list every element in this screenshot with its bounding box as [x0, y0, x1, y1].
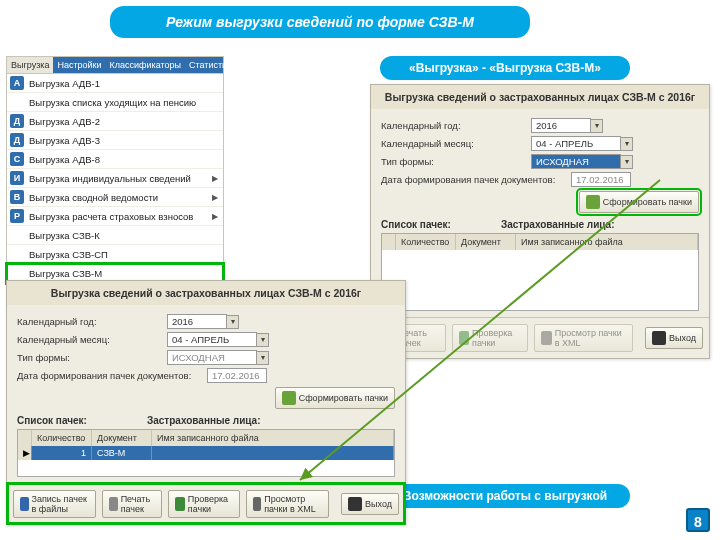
menu-item[interactable]: ДВыгрузка АДВ-3 [7, 131, 223, 150]
menu-item[interactable]: ДВыгрузка АДВ-2 [7, 112, 223, 131]
chevron-down-icon[interactable]: ▾ [591, 119, 603, 133]
type-select[interactable]: ИСХОДНАЯ ▾ [531, 154, 633, 169]
view-xml-button[interactable]: Просмотр пачки в XML [246, 490, 329, 518]
menu-item-label: Выгрузка СЗВ-К [29, 230, 220, 241]
month-value: 04 - АПРЕЛЬ [167, 332, 257, 347]
menu-item-label: Выгрузка АДВ-1 [29, 78, 220, 89]
month-select[interactable]: 04 - АПРЕЛЬ ▾ [531, 136, 633, 151]
window-toolbar: Печать пачек Проверка пачки Просмотр пач… [371, 317, 709, 358]
button-label: Проверка пачки [188, 494, 233, 514]
date-value: 17.02.2016 [571, 172, 631, 187]
menu-item-label: Выгрузка АДВ-8 [29, 154, 220, 165]
submenu-arrow-icon: ▶ [212, 174, 220, 183]
slide-title: Режим выгрузки сведений по форме СЗВ-М [110, 6, 530, 38]
gear-icon [586, 195, 600, 209]
grid-header: Количество Документ Имя записанного файл… [382, 234, 698, 250]
year-label: Календарный год: [381, 120, 531, 131]
button-label: Выход [365, 499, 392, 509]
menubar-item[interactable]: Классификаторы [106, 57, 185, 73]
grid-header: Количество Документ Имя записанного файл… [18, 430, 394, 446]
menu-item-icon: В [10, 190, 24, 204]
year-value: 2016 [167, 314, 227, 329]
packs-list-label: Список пачек: [17, 415, 87, 426]
print-button[interactable]: Печать пачек [102, 490, 162, 518]
cell-doc: СЗВ-М [92, 446, 152, 460]
grid-col: Документ [456, 234, 516, 250]
export-window-empty: Выгрузка сведений о застрахованных лицах… [370, 84, 710, 359]
menu-item[interactable]: ВВыгрузка сводной ведомости▶ [7, 188, 223, 207]
menu-item-icon: А [10, 76, 24, 90]
check-button[interactable]: Проверка пачки [452, 324, 529, 352]
form-packs-button[interactable]: Сформировать пачки [579, 191, 699, 213]
table-row[interactable]: ▶ 1 СЗВ-М [18, 446, 394, 460]
window-toolbar-highlighted: Запись пачек в файлы Печать пачек Провер… [7, 483, 405, 524]
year-label: Календарный год: [17, 316, 167, 327]
check-button[interactable]: Проверка пачки [168, 490, 239, 518]
button-label: Выход [669, 333, 696, 343]
chevron-down-icon[interactable]: ▾ [621, 155, 633, 169]
chevron-down-icon[interactable]: ▾ [621, 137, 633, 151]
month-select[interactable]: 04 - АПРЕЛЬ ▾ [167, 332, 269, 347]
menu-item-label: Выгрузка СЗВ-СП [29, 249, 220, 260]
xml-icon [253, 497, 262, 511]
type-value: ИСХОДНАЯ [531, 154, 621, 169]
grid-col: Количество [396, 234, 456, 250]
chevron-down-icon[interactable]: ▾ [257, 333, 269, 347]
menubar[interactable]: Выгрузка Настройки Классификаторы Статис… [7, 57, 223, 73]
menubar-item[interactable]: Статистика [185, 57, 240, 73]
button-label: Сформировать пачки [603, 197, 692, 207]
check-icon [459, 331, 469, 345]
exit-button[interactable]: Выход [341, 493, 399, 515]
save-button[interactable]: Запись пачек в файлы [13, 490, 96, 518]
xml-icon [541, 331, 551, 345]
menubar-item[interactable]: Выход [322, 57, 357, 73]
menu-item-icon: С [10, 152, 24, 166]
cell-file [152, 446, 394, 460]
menubar-item[interactable]: Настройки [53, 57, 105, 73]
exit-button[interactable]: Выход [645, 327, 703, 349]
menu-item[interactable]: Выгрузка СЗВ-СП [7, 245, 223, 264]
menu-item[interactable]: РВыгрузка расчета страховых взносов▶ [7, 207, 223, 226]
menubar-item[interactable]: Справка [279, 57, 322, 73]
button-label: Печать пачек [121, 494, 156, 514]
button-label: Просмотр пачки в XML [555, 328, 626, 348]
form-packs-button[interactable]: Сформировать пачки [275, 387, 395, 409]
menu-item-label: Выгрузка АДВ-3 [29, 135, 220, 146]
grid-body: ▶ 1 СЗВ-М [18, 446, 394, 476]
menu-item[interactable]: Выгрузка списка уходящих на пенсию [7, 93, 223, 112]
type-value: ИСХОДНАЯ [167, 350, 257, 365]
grid-col: Количество [32, 430, 92, 446]
type-select[interactable]: ИСХОДНАЯ ▾ [167, 350, 269, 365]
view-xml-button[interactable]: Просмотр пачки в XML [534, 324, 633, 352]
month-label: Календарный месяц: [381, 138, 531, 149]
menu-item-icon: И [10, 171, 24, 185]
year-select[interactable]: 2016 ▾ [531, 118, 603, 133]
year-select[interactable]: 2016 ▾ [167, 314, 239, 329]
insured-list-label: Застрахованные лица: [147, 415, 261, 426]
packs-grid: Количество Документ Имя записанного файл… [381, 233, 699, 311]
submenu-arrow-icon: ▶ [212, 212, 220, 221]
chevron-down-icon[interactable]: ▾ [227, 315, 239, 329]
row-indicator-icon: ▶ [18, 446, 32, 460]
printer-icon [109, 497, 118, 511]
menu-item-icon: Д [10, 133, 24, 147]
type-label: Тип формы: [381, 156, 531, 167]
menu-item[interactable]: Выгрузка СЗВ-К [7, 226, 223, 245]
menu-item-label: Выгрузка СЗВ-М [29, 268, 220, 279]
breadcrumb-pill: «Выгрузка» - «Выгрузка СЗВ-М» [380, 56, 630, 80]
menu-item[interactable]: АВыгрузка АДВ-1 [7, 74, 223, 93]
export-window-filled: Выгрузка сведений о застрахованных лицах… [6, 280, 406, 525]
grid-col: Имя записанного файла [152, 430, 394, 446]
date-label: Дата формирования пачек документов: [381, 174, 571, 185]
menu-item[interactable]: СВыгрузка АДВ-8 [7, 150, 223, 169]
button-label: Проверка пачки [472, 328, 521, 348]
menubar-item[interactable]: Выгрузка [7, 57, 53, 73]
menubar-item[interactable]: Сервис [240, 57, 279, 73]
menu-item[interactable]: ИВыгрузка индивидуальных сведений▶ [7, 169, 223, 188]
chevron-down-icon[interactable]: ▾ [257, 351, 269, 365]
save-icon [20, 497, 29, 511]
check-icon [175, 497, 184, 511]
caption-pill: Возможности работы с выгрузкой [380, 484, 630, 508]
type-label: Тип формы: [17, 352, 167, 363]
menu-item-label: Выгрузка индивидуальных сведений [29, 173, 212, 184]
